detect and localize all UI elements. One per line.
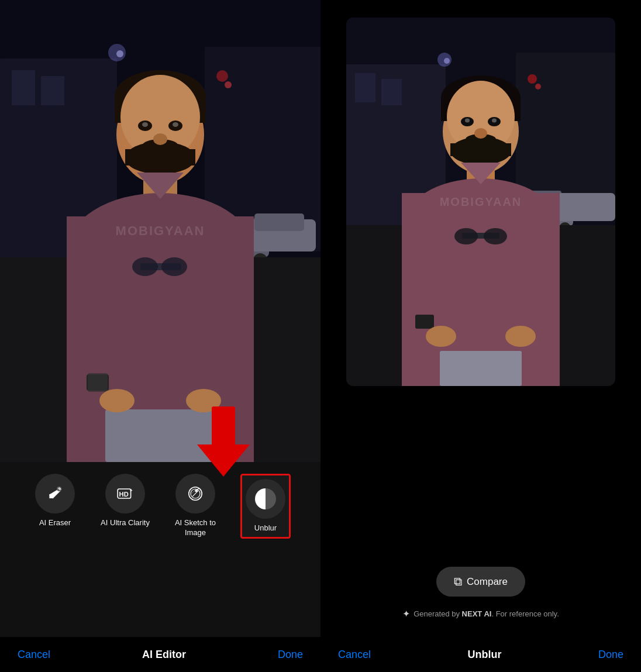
svg-point-83 xyxy=(505,326,536,347)
svg-point-55 xyxy=(535,84,541,89)
left-toolbar: AI Eraser HD + AI Ultra Clarity xyxy=(0,462,320,637)
svg-rect-81 xyxy=(415,315,434,329)
right-title: Unblur xyxy=(468,649,502,661)
svg-point-27 xyxy=(173,122,178,127)
right-bottom-area: ⧉ Compare ✦ Generated by NEXT AI. For re… xyxy=(320,520,641,637)
ai-notice-text: Generated by NEXT AI. For reference only… xyxy=(413,609,559,618)
unblur-icon-right xyxy=(266,488,276,509)
svg-point-53 xyxy=(444,58,450,64)
right-done-button[interactable]: Done xyxy=(598,649,623,661)
svg-point-28 xyxy=(153,133,167,145)
svg-point-33 xyxy=(132,257,158,276)
ai-notice-brand: NEXT AI xyxy=(462,609,492,618)
eraser-icon xyxy=(46,484,64,503)
tool-ai-sketch-icon-bg xyxy=(175,474,215,514)
svg-point-26 xyxy=(142,122,148,127)
tool-unblur-label: Unblur xyxy=(254,523,277,533)
svg-point-73 xyxy=(492,119,497,123)
compare-icon: ⧉ xyxy=(454,575,462,588)
compare-label: Compare xyxy=(467,576,508,588)
unblur-icon-left xyxy=(255,488,266,509)
tool-ai-ultra-clarity-icon-bg: HD + xyxy=(105,474,145,514)
svg-rect-36 xyxy=(88,373,108,392)
svg-text:+: + xyxy=(130,488,133,493)
tool-unblur-wrapper: Unblur xyxy=(240,474,291,539)
arrow-head xyxy=(197,444,250,477)
right-photo: MOBIGYAAN xyxy=(346,18,615,386)
tool-unblur[interactable]: Unblur xyxy=(236,474,295,539)
tool-ai-sketch-label: AI Sketch to Image xyxy=(166,518,225,538)
arrow-stem xyxy=(212,406,235,444)
svg-rect-61 xyxy=(557,193,615,221)
right-cancel-button[interactable]: Cancel xyxy=(338,649,371,661)
svg-point-7 xyxy=(216,70,228,82)
left-photo: MOBIGYAAN xyxy=(0,0,320,462)
sketch-icon xyxy=(186,484,205,503)
svg-text:HD: HD xyxy=(119,491,129,498)
tool-ai-eraser-icon-bg xyxy=(35,474,75,514)
ai-notice: ✦ Generated by NEXT AI. For reference on… xyxy=(402,608,559,619)
arrow-indicator xyxy=(197,406,250,477)
tool-ai-eraser-label: AI Eraser xyxy=(39,518,71,528)
svg-point-72 xyxy=(465,119,470,123)
svg-point-6 xyxy=(116,50,123,57)
svg-rect-2 xyxy=(12,70,35,105)
left-image-area: MOBIGYAAN xyxy=(0,0,320,462)
ai-notice-prefix: Generated by xyxy=(413,609,461,618)
left-cancel-button[interactable]: Cancel xyxy=(18,649,50,661)
svg-point-74 xyxy=(474,128,487,139)
tool-ai-ultra-clarity-label: AI Ultra Clarity xyxy=(101,518,150,528)
svg-rect-22 xyxy=(125,149,195,166)
right-image-area: MOBIGYAAN xyxy=(320,0,641,520)
right-panel: i xyxy=(320,0,641,672)
unblur-icon xyxy=(255,488,276,509)
svg-point-8 xyxy=(225,81,232,88)
svg-rect-50 xyxy=(381,79,402,105)
svg-rect-49 xyxy=(355,73,375,102)
left-bottom-bar: Cancel AI Editor Done xyxy=(0,637,320,672)
svg-rect-84 xyxy=(440,351,522,386)
left-done-button[interactable]: Done xyxy=(278,649,303,661)
tool-ai-ultra-clarity[interactable]: HD + AI Ultra Clarity xyxy=(96,474,154,528)
ai-star-icon: ✦ xyxy=(402,608,410,619)
svg-point-82 xyxy=(426,326,456,347)
left-panel: MOBIGYAAN xyxy=(0,0,320,672)
hd-plus-icon: HD + xyxy=(116,484,135,503)
svg-point-80 xyxy=(484,228,507,244)
svg-rect-15 xyxy=(254,213,304,231)
tool-ai-sketch-to-image[interactable]: AI Sketch to Image xyxy=(166,474,225,538)
compare-button[interactable]: ⧉ Compare xyxy=(436,567,525,597)
tool-ai-eraser[interactable]: AI Eraser xyxy=(26,474,84,528)
left-title: AI Editor xyxy=(142,649,186,661)
svg-rect-68 xyxy=(450,143,511,156)
tools-container: AI Eraser HD + AI Ultra Clarity xyxy=(0,474,320,539)
tools-row: AI Eraser HD + AI Ultra Clarity xyxy=(0,474,320,539)
svg-point-79 xyxy=(454,228,478,244)
tool-unblur-icon-bg xyxy=(246,479,285,519)
svg-point-38 xyxy=(99,389,135,412)
ai-notice-suffix: . For reference only. xyxy=(491,609,559,618)
right-bottom-bar: Cancel Unblur Done xyxy=(320,637,641,672)
svg-rect-3 xyxy=(41,76,64,105)
svg-point-54 xyxy=(528,74,537,84)
svg-point-34 xyxy=(161,257,187,276)
